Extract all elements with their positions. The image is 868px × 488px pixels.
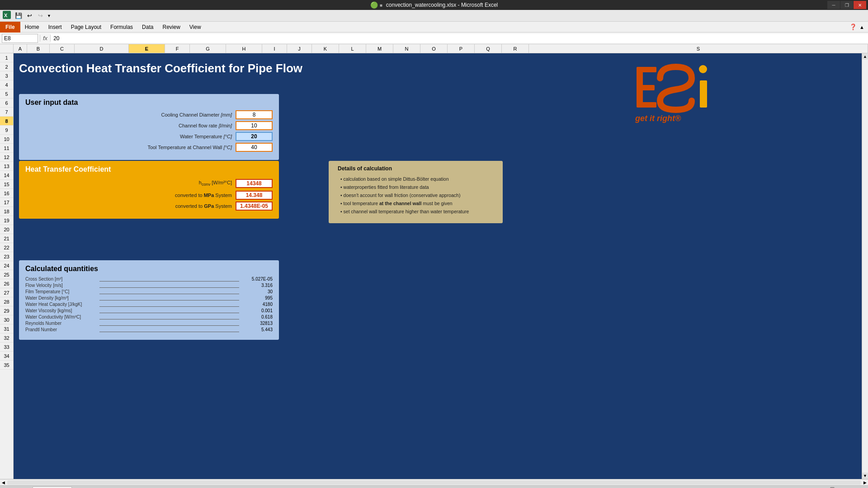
col-header-p[interactable]: P — [448, 44, 475, 53]
col-header-j[interactable]: J — [287, 44, 312, 53]
row-32[interactable]: 32 — [0, 333, 13, 343]
row-5[interactable]: 5 — [0, 89, 13, 99]
col-header-f[interactable]: F — [165, 44, 190, 53]
file-menu[interactable]: File — [0, 22, 20, 33]
calc-label-6: Water Viscosity [kg/ms] — [25, 308, 98, 313]
col-header-s[interactable]: S — [529, 44, 868, 53]
calc-row-8: Reynolds Number 32813 — [25, 321, 273, 326]
calc-label-9: Prandtl Number — [25, 327, 98, 332]
undo-button[interactable]: ↩ — [24, 11, 34, 21]
calc-row-3: Film Temperature [°C] 30 — [25, 289, 273, 294]
heat-value-2[interactable]: 14.348 — [236, 191, 273, 200]
row-26[interactable]: 26 — [0, 279, 13, 288]
row-9[interactable]: 9 — [0, 126, 13, 135]
col-header-l[interactable]: L — [339, 44, 366, 53]
col-header-h[interactable]: H — [226, 44, 262, 53]
row-13[interactable]: 13 — [0, 162, 13, 171]
row-17[interactable]: 17 — [0, 198, 13, 207]
row-2[interactable]: 2 — [0, 62, 13, 71]
minimize-button[interactable]: ─ — [827, 1, 840, 9]
calc-value-4: 995 — [241, 296, 273, 300]
scroll-left-arrow[interactable]: ◀ — [0, 479, 6, 486]
right-scrollbar[interactable]: ▲ ▼ — [862, 53, 868, 479]
save-qat-button[interactable]: 💾 — [14, 11, 24, 21]
row-22[interactable]: 22 — [0, 243, 13, 252]
col-header-k[interactable]: K — [312, 44, 339, 53]
col-header-a[interactable]: A — [14, 44, 27, 53]
calc-row-1: Cross Section [m²] 5.027E-05 — [25, 277, 273, 282]
menu-bar: File Home Insert Page Layout Formulas Da… — [0, 22, 868, 33]
input-value-3[interactable]: 20 — [236, 132, 273, 141]
col-header-q[interactable]: Q — [475, 44, 502, 53]
redo-button[interactable]: ↪ — [35, 11, 45, 21]
row-21[interactable]: 21 — [0, 234, 13, 243]
col-header-m[interactable]: M — [366, 44, 393, 53]
calc-label-8: Reynolds Number — [25, 321, 98, 326]
col-header-i[interactable]: I — [262, 44, 287, 53]
heat-value-1[interactable]: 14348 — [236, 179, 273, 188]
col-header-r[interactable]: R — [502, 44, 529, 53]
input-label-2: Channel flow rate [l/min] — [25, 123, 236, 128]
col-header-c[interactable]: C — [50, 44, 75, 53]
col-header-e[interactable]: E — [129, 44, 165, 53]
row-35[interactable]: 35 — [0, 361, 13, 370]
row-11[interactable]: 11 — [0, 144, 13, 153]
close-button[interactable]: ✕ — [854, 1, 866, 9]
restore-button[interactable]: ❐ — [840, 1, 853, 9]
row-8[interactable]: 8 — [0, 117, 13, 126]
row-19[interactable]: 19 — [0, 216, 13, 225]
row-28[interactable]: 28 — [0, 297, 13, 306]
row-34[interactable]: 34 — [0, 352, 13, 361]
row-31[interactable]: 31 — [0, 324, 13, 333]
cell-reference-box[interactable]: E8 — [2, 34, 38, 43]
insert-menu[interactable]: Insert — [44, 22, 66, 33]
row-12[interactable]: 12 — [0, 153, 13, 162]
col-header-g[interactable]: G — [190, 44, 226, 53]
review-menu[interactable]: Review — [158, 22, 184, 33]
row-33[interactable]: 33 — [0, 343, 13, 352]
calc-label-4: Water Density [kg/m³] — [25, 296, 98, 300]
input-label-4: Tool Temperature at Channel Wall [°C] — [25, 145, 236, 150]
input-value-4[interactable]: 40 — [236, 143, 273, 152]
row-6[interactable]: 6 — [0, 99, 13, 108]
scroll-down-arrow[interactable]: ▼ — [862, 473, 868, 479]
input-value-1[interactable]: 8 — [236, 110, 273, 119]
minimize-ribbon-icon[interactable]: ▲ — [859, 24, 864, 30]
row-14[interactable]: 14 — [0, 171, 13, 180]
row-7[interactable]: 7 — [0, 108, 13, 117]
input-value-2[interactable]: 10 — [236, 121, 273, 130]
help-icon[interactable]: ❓ — [849, 23, 857, 30]
row-10[interactable]: 10 — [0, 135, 13, 144]
qat-dropdown[interactable]: ▼ — [46, 14, 52, 18]
row-1[interactable]: 1 — [0, 53, 13, 62]
row-30[interactable]: 30 — [0, 315, 13, 324]
row-15[interactable]: 15 — [0, 180, 13, 189]
data-menu[interactable]: Data — [137, 22, 158, 33]
row-23[interactable]: 23 — [0, 252, 13, 261]
svg-text:X: X — [4, 13, 8, 18]
heat-value-3[interactable]: 1.4348E-05 — [236, 202, 273, 211]
calc-row-5: Water Heat Capacity [J/kgK] 4180 — [25, 302, 273, 307]
formulas-menu[interactable]: Formulas — [106, 22, 137, 33]
view-menu[interactable]: View — [185, 22, 206, 33]
page-layout-menu[interactable]: Page Layout — [66, 22, 106, 33]
calc-row-6: Water Viscosity [kg/ms] 0.001 — [25, 308, 273, 313]
row-25[interactable]: 25 — [0, 270, 13, 279]
home-menu[interactable]: Home — [20, 22, 44, 33]
calc-label-1: Cross Section [m²] — [25, 277, 98, 282]
col-header-o[interactable]: O — [420, 44, 448, 53]
formula-input[interactable]: 20 — [51, 34, 868, 43]
row-27[interactable]: 27 — [0, 288, 13, 297]
scroll-right-arrow[interactable]: ▶ — [862, 479, 868, 486]
row-4[interactable]: 4 — [0, 80, 13, 89]
col-header-d[interactable]: D — [75, 44, 129, 53]
row-20[interactable]: 20 — [0, 225, 13, 234]
col-header-b[interactable]: B — [27, 44, 50, 53]
col-header-n[interactable]: N — [393, 44, 420, 53]
row-16[interactable]: 16 — [0, 189, 13, 198]
row-24[interactable]: 24 — [0, 261, 13, 270]
row-18[interactable]: 18 — [0, 207, 13, 216]
row-29[interactable]: 29 — [0, 306, 13, 315]
row-3[interactable]: 3 — [0, 71, 13, 80]
scroll-up-arrow[interactable]: ▲ — [862, 53, 868, 60]
